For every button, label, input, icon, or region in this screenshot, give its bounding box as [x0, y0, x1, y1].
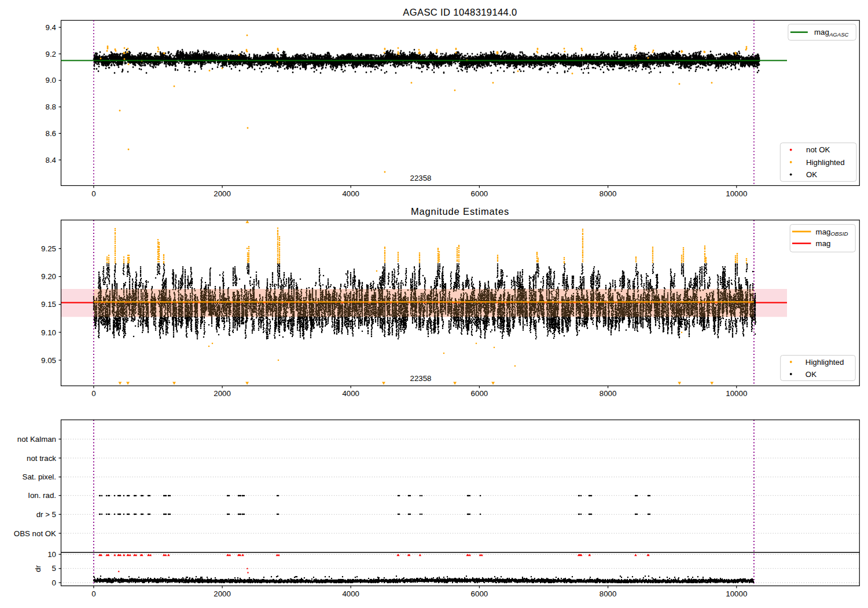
svg-text:8.4: 8.4 [46, 156, 57, 164]
svg-text:not track: not track [27, 454, 56, 463]
svg-text:8000: 8000 [599, 389, 617, 398]
svg-text:2000: 2000 [214, 589, 231, 598]
svg-text:5: 5 [52, 564, 56, 573]
svg-text:2000: 2000 [214, 189, 231, 198]
svg-text:9.4: 9.4 [46, 23, 57, 32]
svg-text:6000: 6000 [471, 189, 488, 198]
svg-text:9.15: 9.15 [41, 300, 56, 309]
svg-text:8000: 8000 [599, 189, 617, 198]
svg-text:not Kalman: not Kalman [17, 435, 56, 444]
svg-text:Ion. rad.: Ion. rad. [28, 491, 56, 500]
svg-text:dr: dr [34, 565, 42, 572]
svg-text:8000: 8000 [599, 589, 617, 598]
svg-text:6000: 6000 [471, 389, 488, 398]
svg-text:0: 0 [52, 578, 56, 587]
svg-text:10: 10 [47, 550, 56, 559]
svg-text:8.8: 8.8 [46, 102, 57, 111]
svg-text:6000: 6000 [471, 589, 488, 598]
svg-text:Magnitude Estimates: Magnitude Estimates [411, 206, 509, 217]
svg-text:AGASC ID 1048319144.0: AGASC ID 1048319144.0 [403, 7, 517, 18]
svg-text:dr > 5: dr > 5 [36, 510, 56, 519]
svg-text:8.6: 8.6 [46, 129, 57, 138]
svg-text:0: 0 [91, 389, 95, 398]
svg-text:9.25: 9.25 [41, 244, 56, 253]
svg-text:9.2: 9.2 [46, 50, 57, 58]
svg-text:4000: 4000 [342, 189, 359, 198]
svg-text:4000: 4000 [342, 589, 359, 598]
svg-text:10000: 10000 [726, 389, 747, 398]
svg-text:9.05: 9.05 [41, 356, 56, 365]
svg-text:9.20: 9.20 [41, 272, 56, 281]
svg-text:not OK: not OK [806, 145, 830, 154]
svg-text:4000: 4000 [342, 389, 359, 398]
svg-text:9.0: 9.0 [46, 76, 57, 85]
svg-text:9.10: 9.10 [41, 328, 56, 337]
svg-text:0: 0 [91, 589, 95, 598]
svg-text:10000: 10000 [726, 189, 747, 198]
svg-text:10000: 10000 [726, 589, 747, 598]
svg-text:Highlighted: Highlighted [806, 158, 845, 167]
svg-text:2000: 2000 [214, 389, 231, 398]
svg-text:Sat. pixel.: Sat. pixel. [23, 473, 56, 481]
svg-text:OK: OK [806, 370, 816, 379]
svg-text:OK: OK [806, 170, 817, 179]
svg-text:mag: mag [816, 239, 831, 248]
svg-text:0: 0 [91, 189, 95, 198]
svg-text:22358: 22358 [410, 374, 432, 383]
svg-text:22358: 22358 [410, 174, 432, 182]
svg-text:OBS not OK: OBS not OK [14, 529, 56, 538]
svg-text:Highlighted: Highlighted [806, 358, 844, 367]
